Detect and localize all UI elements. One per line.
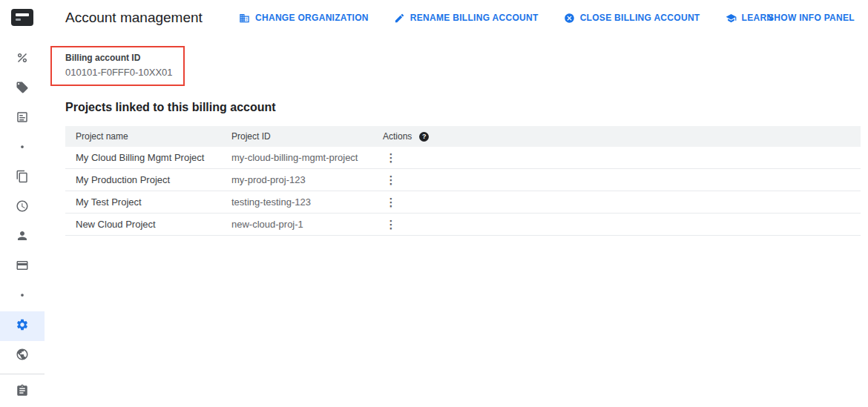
globe-icon (16, 348, 29, 364)
project-name-cell: My Test Project (76, 196, 231, 208)
sidebar-item-dot-1[interactable] (0, 133, 45, 163)
project-id-cell: testing-testing-123 (231, 196, 383, 208)
change-organization-button[interactable]: CHANGE ORGANIZATION (239, 13, 369, 24)
table-icon (16, 110, 29, 127)
close-billing-account-label: CLOSE BILLING ACCOUNT (580, 13, 700, 23)
page-title: Account management (65, 0, 203, 36)
dot-icon (16, 288, 29, 305)
billing-logo-icon[interactable] (11, 9, 33, 26)
top-bar: Account management CHANGE ORGANIZATION R… (0, 0, 868, 36)
table-row: My Test Project testing-testing-123 ⋮ (65, 191, 861, 214)
clock-icon (16, 199, 29, 216)
document-edit-icon (16, 384, 29, 400)
projects-table: Project name Project ID Actions ? My Clo… (65, 126, 861, 236)
rename-billing-account-label: RENAME BILLING ACCOUNT (410, 13, 539, 23)
tag-icon (16, 81, 29, 97)
sidebar-item-overview[interactable] (0, 44, 45, 74)
sidebar-item-payment-method[interactable] (0, 252, 45, 282)
main-content: Billing account ID 010101-F0FFF0-10XX01 … (45, 36, 868, 407)
cancel-circle-icon (564, 13, 575, 24)
show-info-panel-label: SHOW INFO PANEL (768, 13, 855, 23)
dot-icon (16, 140, 29, 156)
sidebar-item-dot-2[interactable] (0, 282, 45, 311)
graduation-cap-icon (726, 13, 737, 24)
billing-account-id-label: Billing account ID (65, 53, 173, 63)
rename-billing-account-button[interactable]: RENAME BILLING ACCOUNT (394, 13, 539, 24)
column-header-actions: Actions ? (383, 131, 861, 142)
percent-icon (16, 51, 29, 67)
projects-table-header: Project name Project ID Actions ? (65, 126, 861, 147)
logo-slot-shape (16, 13, 29, 16)
project-id-cell: new-cloud-proj-1 (231, 219, 383, 230)
logo-slot-shape-2 (16, 19, 21, 21)
actions-header-label: Actions (383, 131, 412, 142)
sidebar-item-pricing[interactable] (0, 74, 45, 104)
column-header-project-id: Project ID (231, 131, 383, 142)
credit-card-icon (16, 259, 29, 275)
project-name-cell: My Production Project (76, 174, 231, 185)
show-info-panel-button[interactable]: SHOW INFO PANEL (763, 0, 859, 36)
pencil-icon (394, 13, 405, 24)
row-actions-menu-button[interactable]: ⋮ (383, 193, 399, 211)
sidebar-item-documents[interactable] (0, 163, 45, 193)
project-name-cell: New Cloud Project (76, 219, 231, 230)
project-name-cell: My Cloud Billing Mgmt Project (76, 152, 231, 163)
gear-icon (16, 318, 29, 334)
table-row: My Production Project my-prod-proj-123 ⋮ (65, 169, 861, 191)
person-icon (16, 229, 29, 245)
projects-section-heading: Projects linked to this billing account (65, 101, 276, 114)
sidebar-divider (0, 374, 45, 374)
change-organization-label: CHANGE ORGANIZATION (255, 13, 369, 23)
billing-account-id-value: 010101-F0FFF0-10XX01 (65, 67, 173, 78)
sidebar-item-notes[interactable] (0, 377, 45, 407)
row-actions-menu-button[interactable]: ⋮ (383, 171, 399, 189)
sidebar-item-account[interactable] (0, 222, 45, 252)
billing-account-id-highlight-box: Billing account ID 010101-F0FFF0-10XX01 (50, 46, 185, 86)
sidebar-item-cost-table[interactable] (0, 104, 45, 133)
help-icon[interactable]: ? (419, 132, 429, 142)
row-actions-menu-button[interactable]: ⋮ (383, 149, 399, 167)
copy-icon (16, 170, 29, 186)
project-id-cell: my-prod-proj-123 (231, 174, 383, 185)
column-header-project-name: Project name (76, 131, 231, 142)
table-row: New Cloud Project new-cloud-proj-1 ⋮ (65, 214, 861, 236)
table-row: My Cloud Billing Mgmt Project my-cloud-b… (65, 147, 861, 169)
close-billing-account-button[interactable]: CLOSE BILLING ACCOUNT (564, 13, 700, 24)
sidebar-item-public[interactable] (0, 341, 45, 371)
project-id-cell: my-cloud-billing-mgmt-project (231, 152, 383, 163)
sidebar-item-account-management[interactable] (0, 311, 45, 341)
row-actions-menu-button[interactable]: ⋮ (383, 216, 399, 234)
billing-sidebar (0, 36, 45, 407)
sidebar-item-transactions[interactable] (0, 193, 45, 222)
toolbar-actions: CHANGE ORGANIZATION RENAME BILLING ACCOU… (239, 0, 773, 36)
organization-grid-icon (239, 13, 250, 24)
